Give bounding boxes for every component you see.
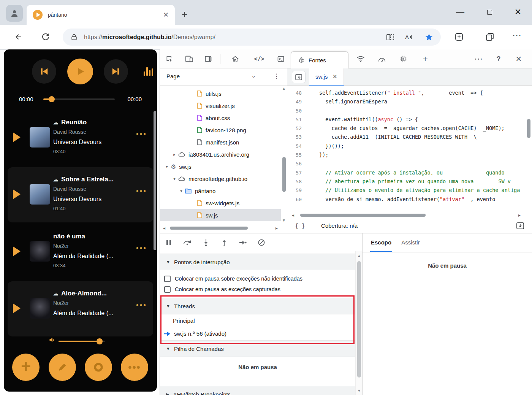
scroll-left-icon[interactable]: ◂ [163,225,165,231]
track-play-icon[interactable] [13,303,21,313]
split-screen-icon[interactable] [386,33,394,41]
file-tree-service-worker[interactable]: ▾ ⚙ sw.js [160,160,281,173]
navigator-horizontal-scrollbar[interactable]: ◂ ▸ [160,223,281,233]
file-tree-folder[interactable]: ▾ pântano [160,185,281,197]
pause-icon[interactable] [162,236,175,249]
track-row[interactable]: ☁Sobre a Estrela... David Rousse Univers… [8,167,153,222]
scroll-right-icon[interactable]: ▸ [276,225,278,231]
track-play-icon[interactable] [13,132,21,142]
line-number[interactable]: 48 [287,89,308,97]
line-number[interactable]: 60 [287,195,308,204]
dock-side-icon[interactable] [202,52,215,65]
skip-previous-button[interactable] [32,59,56,84]
site-info-lock-icon[interactable] [70,33,78,41]
file-tree-item[interactable]: utils.js [160,87,281,100]
volume-slider[interactable] [59,341,105,342]
elements-icon[interactable]: </> [253,52,266,65]
tab-sources[interactable]: Fontes [291,51,348,68]
inspect-element-icon[interactable] [163,52,176,65]
navigator-vertical-scrollbar[interactable]: ▲ ▼ [281,86,287,223]
line-number[interactable]: 59 [287,186,308,195]
section-breakpoints[interactable]: ▼ Pontos de interrupção [160,254,355,270]
more-tabs-icon[interactable]: + [419,52,432,65]
window-close-button[interactable]: ✕ [508,5,527,19]
more-button[interactable]: ••• [121,354,148,381]
debugger-scrollbar[interactable]: ▲ ▼ [355,251,362,395]
track-row[interactable]: ☁Reunião David Rousse Universo Devours 0… [8,110,153,165]
track-row[interactable]: não é uma Noi2er Além da Realidade (... … [8,224,153,279]
step-icon[interactable] [236,236,249,249]
equalizer-icon[interactable] [144,66,153,76]
collections-icon[interactable] [485,32,494,41]
tab-close-icon[interactable]: ✕ [163,11,169,18]
record-button[interactable] [85,354,112,381]
welcome-home-icon[interactable] [229,52,242,65]
tab-page[interactable]: Page [166,73,180,79]
scrollbar-thumb[interactable] [357,261,361,378]
new-tab-button[interactable]: + [182,9,187,19]
step-out-icon[interactable] [218,236,231,249]
file-tree-item[interactable]: sw-widgets.js [160,197,281,209]
seek-handle[interactable] [49,96,55,102]
performance-icon[interactable] [375,52,388,65]
file-tree-origin[interactable]: ▸ ia803401.us.archive.org [160,148,281,160]
track-more-menu-icon[interactable]: ••• [136,244,147,252]
memory-icon[interactable] [397,52,410,65]
settings-menu-icon[interactable]: ⋯ [512,30,521,41]
file-tree-item-selected[interactable]: sw.js [160,209,281,221]
line-number[interactable]: 57 [287,168,308,177]
editor-tab-swjs[interactable]: sw.js ✕ [309,68,344,86]
scroll-left-icon[interactable]: ◂ [292,213,294,218]
scroll-up-icon[interactable]: ▲ [357,254,361,258]
browser-tab[interactable]: pântano ✕ [27,5,175,25]
navigator-menu-icon[interactable]: ⋮ [273,72,280,80]
track-more-menu-icon[interactable]: ••• [136,130,147,138]
scroll-down-icon[interactable]: ▼ [357,389,361,393]
thread-active-row[interactable]: sw.js n.º 56 (ativado) [160,327,355,340]
collapse-navigator-button[interactable] [292,71,306,83]
browser-essentials-icon[interactable] [454,32,464,41]
thread-main-row[interactable]: Principal [160,314,355,327]
playlist-scrollbar[interactable] [154,111,156,250]
line-number[interactable]: 56 [287,159,308,168]
scrollbar-thumb[interactable] [282,157,286,192]
scroll-right-icon[interactable]: ▸ [518,213,521,218]
play-button[interactable] [67,59,93,84]
line-number[interactable]: 49 [287,97,308,106]
add-song-button[interactable]: + [12,354,40,381]
line-number[interactable]: 53 [287,133,308,141]
line-number[interactable]: 55 [287,151,308,159]
line-number[interactable]: 51 [287,115,308,124]
line-number[interactable]: 50 [287,106,308,115]
read-aloud-icon[interactable]: A [405,33,414,41]
file-tree-item[interactable]: manifest.json [160,136,281,148]
step-over-icon[interactable] [181,236,194,249]
back-button[interactable] [14,32,23,41]
checkbox[interactable] [164,276,171,282]
skip-next-button[interactable] [104,59,128,84]
track-play-icon[interactable] [13,189,21,199]
devtools-close-icon[interactable]: ✕ [512,52,525,65]
volume-handle[interactable] [97,338,103,344]
minimize-button[interactable]: — [451,5,470,19]
scroll-up-icon[interactable]: ▲ [282,86,286,90]
checkbox[interactable] [164,286,171,293]
seek-slider[interactable] [43,98,115,100]
scroll-down-icon[interactable]: ▼ [282,218,286,222]
favorite-star-icon[interactable] [425,33,433,41]
help-icon[interactable]: ? [492,52,505,65]
step-into-icon[interactable] [200,236,212,249]
maximize-button[interactable] [480,5,499,19]
track-more-menu-icon[interactable]: ••• [136,187,147,195]
tab-watch[interactable]: Assistir [401,233,420,252]
scrollbar-thumb[interactable] [527,119,530,138]
pause-caught-exceptions-row[interactable]: Colocar em pausa as exceções capturadas [160,284,355,295]
chevron-down-icon[interactable]: ⌄ [251,72,256,79]
address-bar[interactable]: https://microsoftedge.github.io/Demos/pw… [63,29,441,46]
device-emulation-icon[interactable] [183,52,196,65]
edit-button[interactable] [49,354,76,381]
tab-close-icon[interactable]: ✕ [332,73,337,80]
pause-uncaught-exceptions-row[interactable]: Colocar em pausa sobre exceções não iden… [160,273,355,284]
line-number[interactable]: 58 [287,177,308,186]
devtools-more-icon[interactable]: ⋯ [472,52,485,65]
